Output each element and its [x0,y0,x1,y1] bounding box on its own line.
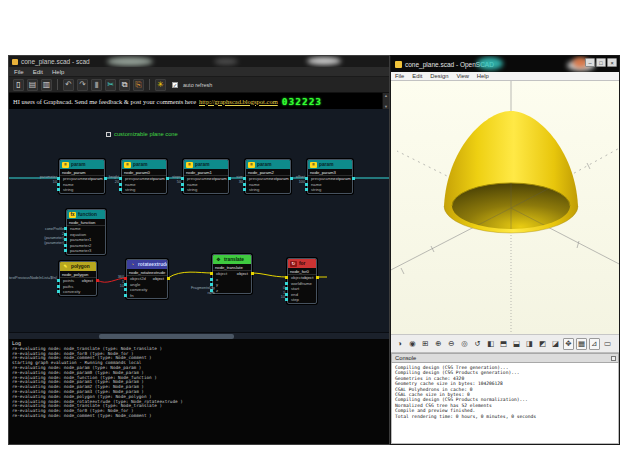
input-port[interactable] [305,183,308,186]
gs-menu-edit[interactable]: Edit [33,69,43,75]
os-menu-design[interactable]: Design [430,73,448,79]
perspective-icon[interactable]: ⊿ [589,338,600,350]
show-edges-icon[interactable]: ▦ [576,338,587,350]
preview-icon[interactable]: ◑ [394,338,405,350]
input-port[interactable] [210,278,213,281]
output-port[interactable] [167,277,170,280]
input-port[interactable] [57,279,60,282]
copy-icon[interactable]: ⧉ [119,79,130,91]
view-top-icon[interactable]: ⬒ [498,338,509,350]
new-file-icon[interactable]: ▯ [13,79,24,91]
gs-menu-help[interactable]: Help [52,69,64,75]
node-header[interactable]: ↻for [288,259,316,268]
input-port[interactable] [64,238,67,241]
graph-node-polygon[interactable]: ✎polygonnode_polygonpointsobjectpathscon… [59,261,97,296]
open-file-icon[interactable]: ▤ [27,79,38,91]
graph-node-param5[interactable]: ≡paramnode_param3prevparamnextparamnames… [307,159,353,194]
input-port[interactable] [285,282,288,285]
input-port[interactable] [181,177,184,180]
redo-icon[interactable]: ↷ [77,79,88,91]
os-menu-file[interactable]: File [395,73,404,79]
node-header[interactable]: ≡param [122,160,166,169]
node-header[interactable]: ◔rotateextrude [127,260,167,269]
input-port[interactable] [124,277,127,280]
input-port[interactable] [57,188,60,191]
node-header[interactable]: ≡param [246,160,290,169]
input-port[interactable] [57,290,60,293]
minimize-button[interactable]: – [585,58,595,67]
view-left-icon[interactable]: ◨ [524,338,535,350]
input-port[interactable] [305,177,308,180]
cut-icon[interactable]: ✂ [105,79,116,91]
input-port[interactable] [181,183,184,186]
input-port[interactable] [119,177,122,180]
view-all-icon[interactable]: ⊞ [420,338,431,350]
input-port[interactable] [124,288,127,291]
input-port[interactable] [124,283,127,286]
node-graph-canvas[interactable]: customizable plane cone ≡paramnode_param… [9,109,389,339]
comment-checkbox[interactable] [106,132,111,137]
close-button[interactable]: × [607,58,617,67]
output-port[interactable] [352,177,355,180]
blogspot-link[interactable]: http://graphscad.blogspot.com [199,98,278,105]
input-port[interactable] [119,188,122,191]
canvas-horizontal-scrollbar[interactable] [9,332,389,339]
input-port[interactable] [285,298,288,301]
input-port[interactable] [305,188,308,191]
graph-node-function[interactable]: fxfunctionnode_functionnameequationparam… [66,209,106,255]
output-port[interactable] [316,276,319,279]
view-back-icon[interactable]: ◪ [550,338,561,350]
input-port[interactable] [57,177,60,180]
input-port[interactable] [243,188,246,191]
output-port[interactable] [251,272,254,275]
zoom-out-icon[interactable]: ⊖ [446,338,457,350]
auto-refresh-checkbox[interactable]: ✓ [172,82,178,88]
input-port[interactable] [57,285,60,288]
input-port[interactable] [64,244,67,247]
console-header[interactable]: Console [391,353,619,363]
save-file-icon[interactable]: ▥ [41,79,52,91]
orthogonal-icon[interactable]: ▭ [602,338,613,350]
node-header[interactable]: fxfunction [67,210,105,219]
input-port[interactable] [124,294,127,297]
view-front-icon[interactable]: ◩ [537,338,548,350]
view-bottom-icon[interactable]: ⬓ [511,338,522,350]
paste-icon[interactable]: ⎘ [133,79,144,91]
node-header[interactable]: ≡param [308,160,352,169]
comment-node[interactable]: customizable plane cone [106,131,178,137]
os-menu-view[interactable]: View [456,73,468,79]
reset-view-icon[interactable]: ↺ [472,338,483,350]
banner-scrollbar[interactable]: ▲▼ [382,93,389,109]
input-port[interactable] [243,183,246,186]
gs-menu-file[interactable]: File [14,69,24,75]
undo-icon[interactable]: ↶ [63,79,74,91]
maximize-button[interactable]: □ [596,58,606,67]
input-port[interactable] [119,183,122,186]
node-header[interactable]: ✥translate [213,255,251,264]
node-header[interactable]: ≡param [60,160,104,169]
os-menu-help[interactable]: Help [477,73,489,79]
input-port[interactable] [181,188,184,191]
input-port[interactable] [285,276,288,279]
input-port[interactable] [57,183,60,186]
view-right-icon[interactable]: ◧ [485,338,496,350]
graph-node-translate[interactable]: ✥translatenode_translateobjectobjectxyz [212,254,252,294]
show-axes-icon[interactable]: ✥ [563,338,574,350]
input-port[interactable] [64,227,67,230]
scrollbar-thumb[interactable] [99,334,234,339]
node-header[interactable]: ✎polygon [60,262,96,271]
input-port[interactable] [243,177,246,180]
input-port[interactable] [210,272,213,275]
delete-icon[interactable]: ▮ [91,79,102,91]
render-icon[interactable]: ◉ [407,338,418,350]
zoom-fit-icon[interactable]: ◎ [459,338,470,350]
input-port[interactable] [64,233,67,236]
graph-node-rotateextrude[interactable]: ◔rotateextrudenode_rotateextrudeobject2d… [126,259,168,299]
viewport-3d[interactable] [391,81,619,335]
openscad-titlebar[interactable]: cone_plane.scad - OpenSCAD –□× [391,56,619,72]
node-header[interactable]: ≡param [184,160,228,169]
input-port[interactable] [64,249,67,252]
input-port[interactable] [285,293,288,296]
console-detach-icon[interactable] [611,356,616,361]
os-menu-edit[interactable]: Edit [412,73,422,79]
